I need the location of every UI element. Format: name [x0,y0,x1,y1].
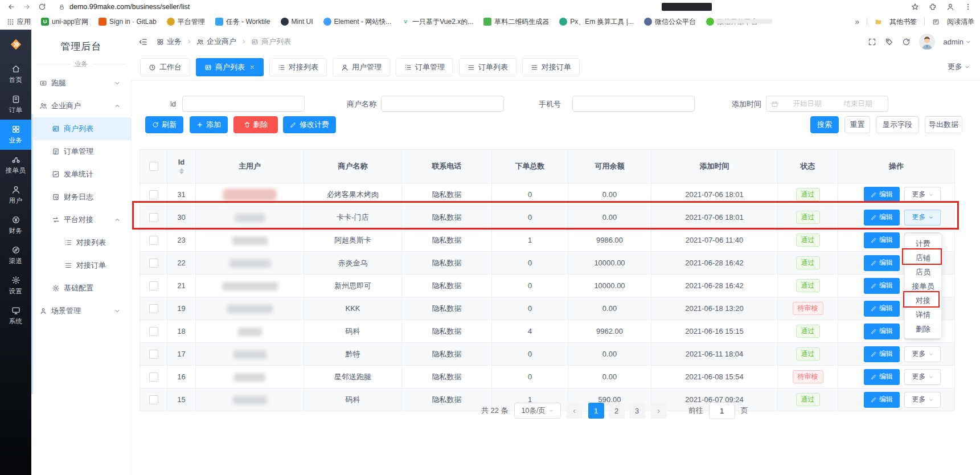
scrollbar-thumb[interactable] [31,114,33,394]
other-bookmarks[interactable]: 其他书签 [889,17,917,27]
rail-item-财务[interactable]: 财务 [0,210,31,240]
dropdown-item-详情[interactable]: 详情 [905,308,941,322]
rail-item-业务[interactable]: 业务 [0,120,31,150]
rail-item-接单员[interactable]: 接单员 [0,150,31,180]
show-fields-button[interactable]: 显示字段 [876,116,919,133]
edit-button[interactable]: 编辑 [864,210,900,226]
menu-item-商户列表[interactable]: 商户列表 [31,117,131,140]
phone-filter-input[interactable] [572,96,695,112]
page-button-2[interactable]: 2 [609,403,625,419]
tab-商户列表[interactable]: 商户列表 [196,58,264,76]
rail-item-用户[interactable]: 用户 [0,180,31,210]
menu-item-平台对接[interactable]: 平台对接 [31,208,131,231]
breadcrumb-item-business[interactable]: 业务 [157,36,182,47]
reload-icon[interactable] [38,3,46,11]
row-checkbox[interactable] [149,350,158,359]
menu-item-发单统计[interactable]: 发单统计 [31,163,131,186]
menu-item-对接订单[interactable]: 对接订单 [31,254,131,277]
reading-list[interactable]: 阅读清单 [947,17,974,27]
tab-用户管理[interactable]: 用户管理 [333,58,390,76]
bookmarks-overflow-chevron[interactable]: » [855,17,859,26]
menu-item-场景管理[interactable]: 场景管理 [31,300,131,322]
date-range-input[interactable]: 开始日期 结束日期 [766,96,888,112]
more-button[interactable]: 更多 [904,210,941,226]
id-filter-input[interactable] [182,96,305,112]
rail-item-渠道[interactable]: 渠道 [0,240,31,271]
edit-button[interactable]: 编辑 [864,392,900,408]
bookmark-item[interactable]: Uuni-app官网 [41,17,88,27]
dropdown-item-删除[interactable]: 删除 [905,322,941,336]
search-button[interactable]: 搜索 [810,116,839,133]
bookmark-item[interactable]: Mint UI [281,18,313,26]
export-button[interactable]: 导出数据 [925,116,962,133]
bookmark-item[interactable]: 微信公众平台 [644,17,696,27]
more-button[interactable]: 更多 [904,392,941,408]
merchant-name-filter-input[interactable] [381,96,504,112]
menu-item-基础配置[interactable]: 基础配置 [31,277,131,300]
edit-button[interactable]: 编辑 [864,232,900,248]
rail-item-设置[interactable]: 设置 [0,271,31,301]
row-checkbox[interactable] [149,213,158,222]
refresh-button[interactable]: 刷新 [145,116,183,133]
rail-item-首页[interactable]: 首页 [0,59,31,89]
forward-icon[interactable] [23,3,31,11]
app-logo[interactable] [0,30,31,59]
menu-item-对接列表[interactable]: 对接列表 [31,231,131,254]
bookmark-item[interactable]: Sign in · GitLab [99,18,157,26]
more-button[interactable]: 更多 [904,346,941,362]
edit-button[interactable]: 编辑 [864,255,900,271]
reset-button[interactable]: 重置 [844,116,870,133]
row-checkbox[interactable] [149,372,158,382]
row-checkbox[interactable] [149,327,158,336]
edit-button[interactable]: 编辑 [864,187,900,203]
extensions-icon[interactable] [929,3,937,11]
row-checkbox[interactable] [149,395,158,404]
fullscreen-icon[interactable] [868,38,876,46]
more-button[interactable]: 更多 [904,369,941,385]
url-text[interactable]: demo.99make.com/business/seller/list [69,3,190,11]
row-checkbox[interactable] [149,259,158,268]
rail-item-订单[interactable]: 订单 [0,89,31,120]
edit-button[interactable]: 编辑 [864,346,900,362]
dropdown-item-计费[interactable]: 计费 [905,236,941,251]
user-menu[interactable]: admin [944,38,971,46]
rail-item-系统[interactable]: 系统 [0,301,31,331]
delete-button[interactable]: 删除 [233,116,278,133]
edit-button[interactable]: 编辑 [864,324,900,339]
dropdown-item-对接[interactable]: 对接 [905,293,941,308]
row-checkbox[interactable] [149,190,158,199]
tab-订单列表[interactable]: 订单列表 [459,58,516,76]
select-all-checkbox[interactable] [149,162,158,171]
menu-dots-icon[interactable] [964,3,972,11]
tabs-more-button[interactable]: 更多 [948,62,970,72]
tab-对接订单[interactable]: 对接订单 [522,58,580,76]
more-button[interactable]: 更多 [904,187,941,203]
row-checkbox[interactable] [149,281,158,290]
page-size-select[interactable]: 10条/页 [514,403,561,419]
tab-订单管理[interactable]: 订单管理 [396,58,453,76]
edit-button[interactable]: 编辑 [864,278,900,294]
menu-item-订单管理[interactable]: 订单管理 [31,140,131,163]
edit-billing-button[interactable]: 修改计费 [283,116,336,133]
dropdown-item-接单员[interactable]: 接单员 [905,279,941,293]
next-page-button[interactable]: › [651,403,667,419]
breadcrumb-item-merchants[interactable]: 企业商户 [196,36,236,47]
theme-icon[interactable] [885,38,893,46]
bookmark-item[interactable]: Element - 网站快... [323,17,392,27]
bookmark-item[interactable]: Px、Em 换算工具 |... [559,17,634,27]
row-checkbox[interactable] [149,236,158,245]
menu-item-企业商户[interactable]: 企业商户 [31,95,131,117]
edit-button[interactable]: 编辑 [864,301,900,317]
row-checkbox[interactable] [149,304,158,313]
menu-item-财务日志[interactable]: 财务日志 [31,186,131,208]
avatar[interactable] [919,34,935,50]
menu-item-跑腿[interactable]: 跑腿 [31,72,131,95]
edit-button[interactable]: 编辑 [864,369,900,385]
collapse-sidebar-icon[interactable] [139,38,147,46]
bookmark-item[interactable]: 任务 - Worktile [215,17,270,27]
dropdown-item-店员[interactable]: 店员 [905,265,941,279]
apps-button[interactable]: 应用 [7,17,31,27]
prev-page-button[interactable]: ‹ [567,403,583,419]
sort-icon[interactable] [179,168,184,174]
page-button-3[interactable]: 3 [629,403,645,419]
